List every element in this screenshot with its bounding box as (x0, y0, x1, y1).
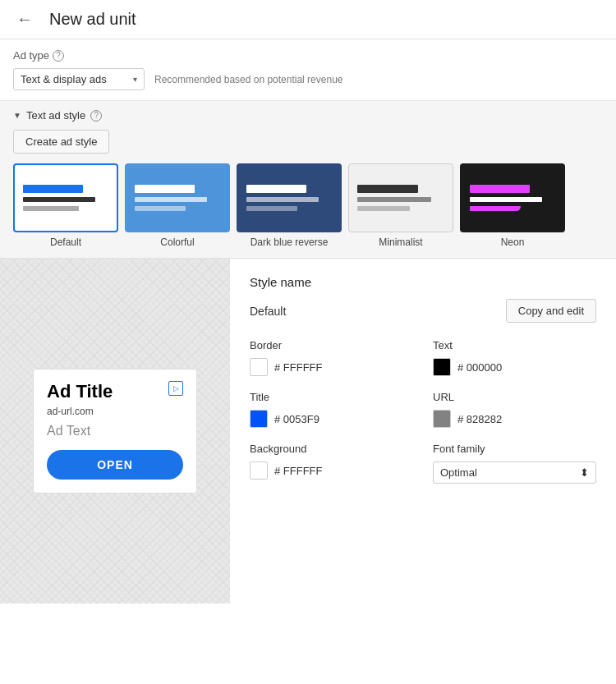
ad-preview-card: Ad Title ▷ ad-url.com Ad Text OPEN (33, 369, 197, 493)
background-item: Background # FFFFFF (250, 443, 413, 484)
font-family-item: Font family Optimal ⬍ (433, 443, 596, 484)
ad-preview-top: Ad Title ▷ (47, 381, 183, 402)
text-label: Text (433, 339, 596, 351)
url-color-row: # 828282 (433, 410, 596, 428)
bar2 (357, 197, 431, 202)
style-card-colorful-label: Colorful (160, 236, 194, 248)
collapse-arrow-icon: ▼ (13, 111, 21, 120)
style-card-neon-inner (460, 163, 565, 232)
url-item: URL # 828282 (433, 391, 596, 428)
style-card-colorful-inner (125, 163, 230, 232)
style-card-default-inner (13, 163, 118, 232)
text-color-row: # 000000 (433, 358, 596, 376)
color-grid: Border # FFFFFF Text # 000000 Title (250, 339, 596, 484)
style-card-default-label: Default (50, 236, 81, 248)
title-hex: # 0053F9 (274, 413, 319, 425)
page-title: New ad unit (49, 10, 136, 29)
border-label: Border (250, 339, 413, 351)
bar1 (357, 185, 418, 193)
url-hex: # 828282 (457, 413, 502, 425)
title-label: Title (250, 391, 413, 403)
style-card-darkblue-inner (237, 163, 342, 232)
background-hex: # FFFFFF (274, 465, 323, 477)
bar1 (23, 185, 83, 193)
style-card-neon-label: Neon (501, 236, 525, 248)
style-cards-container: Default Colorful Dark blue reverse (0, 163, 616, 258)
border-item: Border # FFFFFF (250, 339, 413, 376)
font-family-dropdown[interactable]: Optimal ⬍ (433, 461, 596, 484)
ad-url-text: ad-url.com (47, 406, 183, 417)
border-color-row: # FFFFFF (250, 358, 413, 376)
bar2 (23, 197, 95, 202)
style-card-minimalist[interactable]: Minimalist (348, 163, 453, 248)
title-item: Title # 0053F9 (250, 391, 413, 428)
ad-badge-icon: ▷ (168, 381, 183, 396)
title-color-swatch[interactable] (250, 410, 268, 428)
back-button[interactable]: ← (13, 10, 36, 29)
style-name-section-label: Style name (250, 275, 596, 289)
create-ad-style-button[interactable]: Create ad style (13, 130, 109, 154)
bar1 (246, 185, 306, 193)
style-card-colorful[interactable]: Colorful (125, 163, 230, 248)
style-card-default[interactable]: Default (13, 163, 118, 248)
text-item: Text # 000000 (433, 339, 596, 376)
bar1 (470, 185, 530, 193)
header: ← New ad unit (0, 0, 616, 39)
dropdown-chevron: ▾ (133, 75, 137, 84)
style-help-icon[interactable]: ? (90, 110, 102, 122)
details-pane: Style name Default Copy and edit Border … (230, 259, 616, 604)
style-name-row: Default Copy and edit (250, 299, 596, 323)
style-card-minimalist-label: Minimalist (379, 236, 422, 248)
ad-type-dropdown[interactable]: Text & display ads ▾ (13, 68, 145, 90)
ad-type-label: Ad type ? (13, 49, 603, 62)
text-color-swatch[interactable] (433, 358, 451, 376)
bar2 (246, 197, 319, 202)
font-chevron-icon: ⬍ (580, 466, 589, 479)
url-color-swatch[interactable] (433, 410, 451, 428)
style-section-label: Text ad style (26, 109, 85, 122)
style-card-minimalist-inner (348, 163, 453, 232)
bar1 (135, 185, 195, 193)
background-color-swatch[interactable] (250, 461, 268, 480)
ad-type-help-icon[interactable]: ? (53, 50, 64, 62)
background-color-row: # FFFFFF (250, 461, 413, 480)
bar3 (135, 206, 186, 211)
text-ad-style-section: ▼ Text ad style ? Create ad style Defaul… (0, 101, 616, 259)
style-card-neon[interactable]: Neon (460, 163, 565, 248)
bar2 (470, 197, 542, 202)
style-card-darkblue-label: Dark blue reverse (251, 236, 329, 248)
style-name-value: Default (250, 305, 286, 318)
border-hex: # FFFFFF (274, 361, 323, 374)
style-card-darkblue[interactable]: Dark blue reverse (237, 163, 342, 248)
ad-text-text: Ad Text (47, 424, 183, 438)
text-hex: # 000000 (457, 361, 502, 374)
ad-type-row: Text & display ads ▾ Recommended based o… (13, 68, 603, 90)
bar2 (135, 197, 207, 202)
url-label: URL (433, 391, 596, 403)
recommended-text: Recommended based on potential revenue (154, 74, 343, 85)
copy-edit-button[interactable]: Copy and edit (506, 299, 596, 323)
ad-type-section: Ad type ? Text & display ads ▾ Recommend… (0, 39, 616, 101)
bar3 (470, 206, 521, 211)
background-label: Background (250, 443, 413, 455)
font-family-label: Font family (433, 443, 596, 455)
ad-title-text: Ad Title (47, 381, 113, 402)
title-color-row: # 0053F9 (250, 410, 413, 428)
bar3 (23, 206, 79, 211)
border-color-swatch[interactable] (250, 358, 268, 376)
bar3 (246, 206, 297, 211)
ad-open-button[interactable]: OPEN (47, 450, 183, 480)
bottom-panel: Ad Title ▷ ad-url.com Ad Text OPEN Style… (0, 259, 616, 604)
bar3 (357, 206, 410, 211)
style-cards-list: Default Colorful Dark blue reverse (13, 163, 565, 248)
preview-pane: Ad Title ▷ ad-url.com Ad Text OPEN (0, 259, 230, 604)
style-section-header[interactable]: ▼ Text ad style ? (0, 101, 616, 130)
